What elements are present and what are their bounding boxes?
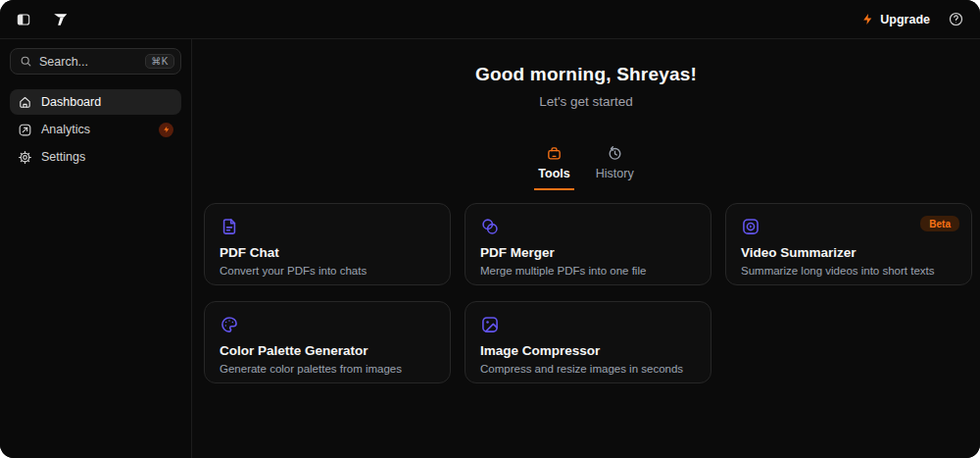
page-title: Good morning, Shreyas! [192, 64, 980, 85]
sidebar-nav: Dashboard Analytics [10, 89, 181, 170]
search-placeholder: Search... [39, 55, 138, 69]
bolt-icon [861, 13, 874, 25]
sidebar-item-settings[interactable]: Settings [10, 144, 181, 170]
merge-circles-icon [480, 217, 696, 236]
sidebar-toggle-button[interactable] [14, 10, 33, 29]
help-circle-icon [948, 11, 964, 27]
sidebar-item-label: Dashboard [41, 95, 101, 109]
tool-card-description: Compress and resize images in seconds [480, 363, 696, 375]
tool-card-pdf-merger[interactable]: PDF Merger Merge multiple PDFs into one … [465, 203, 711, 285]
tab-label: Tools [538, 167, 569, 180]
tab-label: History [596, 167, 634, 180]
panel-left-icon [16, 12, 31, 27]
tool-card-title: PDF Chat [220, 245, 435, 260]
tab-history[interactable]: History [592, 145, 638, 190]
palette-icon [220, 315, 435, 334]
sidebar-item-analytics[interactable]: Analytics [10, 117, 181, 142]
page-subtitle: Let's get started [192, 94, 980, 109]
search-shortcut-badge: ⌘K [145, 54, 174, 69]
tool-card-title: Color Palette Generator [220, 343, 435, 358]
history-clock-icon [607, 145, 623, 162]
sidebar-item-label: Analytics [41, 123, 90, 136]
search-input[interactable]: Search... ⌘K [10, 48, 181, 75]
tool-card-title: Image Compressor [480, 343, 696, 358]
beta-badge: Beta [920, 216, 959, 231]
tool-card-title: PDF Merger [480, 245, 696, 260]
sidebar-item-dashboard[interactable]: Dashboard [10, 89, 181, 115]
toolbox-icon [546, 145, 563, 162]
tab-tools[interactable]: Tools [534, 145, 573, 190]
tool-card-description: Convert your PDFs into chats [220, 265, 435, 277]
tool-card-video-summarizer[interactable]: Beta Video Summarizer Summarize long vid… [725, 203, 972, 285]
tools-grid: PDF Chat Convert your PDFs into chats PD… [192, 203, 980, 383]
gear-icon [18, 150, 32, 165]
tool-card-description: Generate color palettes from images [220, 363, 435, 375]
help-button[interactable] [946, 9, 966, 29]
main-content: Good morning, Shreyas! Let's get started… [192, 39, 980, 458]
tool-card-pdf-chat[interactable]: PDF Chat Convert your PDFs into chats [204, 203, 451, 285]
tool-card-title: Video Summarizer [741, 245, 956, 260]
search-icon [20, 55, 32, 68]
sidebar: Search... ⌘K Dashboard [0, 39, 192, 458]
file-text-icon [220, 217, 435, 236]
upgrade-button[interactable]: Upgrade [861, 13, 930, 26]
tool-card-image-compressor[interactable]: Image Compressor Compress and resize ima… [465, 301, 711, 383]
upgrade-label: Upgrade [880, 13, 930, 26]
tool-card-description: Merge multiple PDFs into one file [480, 265, 696, 277]
tool-card-description: Summarize long videos into short texts [741, 265, 956, 277]
home-icon [18, 95, 32, 110]
image-icon [480, 315, 696, 334]
tool-card-color-palette-generator[interactable]: Color Palette Generator Generate color p… [204, 301, 451, 383]
app-window: Upgrade Se [0, 0, 980, 458]
app-logo-icon [51, 12, 69, 27]
topbar: Upgrade [0, 0, 980, 39]
sidebar-item-label: Settings [41, 150, 85, 164]
analytics-bolt-badge [159, 123, 173, 137]
trending-square-icon [18, 123, 32, 137]
tab-bar: Tools History [192, 145, 980, 190]
